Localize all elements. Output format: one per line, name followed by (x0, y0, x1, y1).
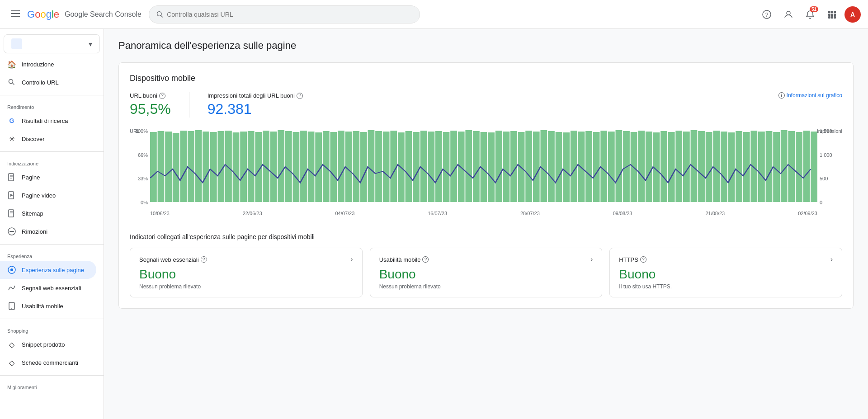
search-input[interactable] (167, 11, 412, 18)
search-small-icon (7, 78, 16, 87)
usabilita-mobile-desc: Nessun problema rilevato (379, 283, 593, 290)
indicators-row: Segnali web essenziali ? › Buono Nessun … (130, 248, 842, 297)
section-label-miglioramenti: Miglioramenti (0, 379, 104, 392)
svg-rect-11 (828, 14, 830, 16)
divider-2 (0, 151, 104, 152)
chart-axis-impressioni: Impressioni (817, 128, 842, 134)
svg-rect-85 (533, 132, 540, 202)
top-navigation: Google Google Search Console ? 51 A (0, 0, 868, 29)
card-title: Dispositivo mobile (130, 74, 842, 83)
sidebar-item-usabilita-mobile[interactable]: Usabilità mobile (0, 297, 104, 315)
search-bar[interactable] (149, 5, 420, 24)
svg-rect-71 (428, 132, 434, 202)
svg-rect-8 (828, 11, 830, 13)
sidebar-item-risultati-ricerca[interactable]: G Risultati di ricerca (0, 112, 104, 130)
url-help-icon[interactable]: ? (159, 93, 165, 99)
avatar[interactable]: A (844, 6, 861, 23)
info-chart-link[interactable]: ℹ Informazioni sul grafico (778, 92, 842, 99)
logo-area: Google Google Search Console (27, 9, 142, 20)
apps-button[interactable] (823, 5, 841, 24)
impressioni-help-icon[interactable]: ? (297, 93, 303, 99)
svg-rect-76 (465, 130, 472, 202)
https-help-icon[interactable]: ? (640, 256, 646, 263)
segnali-web-help-icon[interactable]: ? (201, 256, 207, 263)
discover-icon: ✳ (7, 134, 16, 143)
property-dropdown-icon: ▾ (89, 40, 92, 48)
svg-point-31 (10, 268, 13, 271)
usabilita-mobile-help-icon[interactable]: ? (422, 256, 429, 263)
notifications-button[interactable]: 51 (801, 5, 819, 24)
svg-rect-0 (11, 10, 20, 11)
svg-rect-36 (165, 132, 172, 202)
svg-rect-120 (796, 132, 802, 202)
indicator-https[interactable]: HTTPS ? › Buono Il tuo sito usa HTTPS. (609, 248, 842, 297)
svg-rect-40 (195, 130, 202, 202)
sidebar-item-esperienza-sulle-pagine[interactable]: Esperienza sulle pagine (0, 261, 96, 279)
stats-row: URL buoni ? 95,5% Impressioni totali deg… (130, 92, 842, 118)
svg-rect-84 (525, 131, 532, 202)
svg-rect-110 (721, 132, 727, 202)
sidebar-item-introduzione[interactable]: 🏠 Introduzione (0, 55, 104, 73)
https-label: HTTPS (619, 256, 638, 263)
svg-rect-88 (556, 132, 562, 202)
sidebar-item-pagine-video[interactable]: Pagine video (0, 186, 104, 204)
svg-rect-79 (488, 132, 495, 202)
svg-rect-91 (578, 132, 585, 202)
svg-rect-10 (834, 11, 836, 13)
menu-hamburger[interactable] (7, 5, 24, 23)
svg-rect-63 (368, 130, 375, 202)
svg-rect-99 (638, 131, 645, 202)
sidebar-item-sitemap[interactable]: Sitemap (0, 204, 104, 222)
svg-rect-42 (210, 132, 217, 202)
svg-rect-80 (495, 131, 502, 202)
mobile-card: Dispositivo mobile URL buoni ? 95,5% Imp… (118, 62, 854, 309)
divider-1 (0, 95, 104, 95)
chart-x-labels: 10/06/23 22/06/23 04/07/23 16/07/23 28/0… (150, 208, 817, 219)
section-label-shopping: Shopping (0, 323, 104, 335)
https-desc: Il tuo sito usa HTTPS. (619, 283, 833, 290)
section-label-esperienza: Esperienza (0, 248, 104, 261)
svg-rect-55 (308, 132, 315, 202)
svg-rect-94 (600, 131, 607, 202)
https-arrow-icon[interactable]: › (830, 255, 833, 264)
merchant-icon: ◇ (7, 358, 16, 367)
svg-rect-41 (203, 132, 209, 202)
sidebar-item-discover[interactable]: ✳ Discover (0, 130, 104, 148)
svg-rect-78 (481, 132, 487, 202)
svg-rect-122 (811, 132, 817, 202)
indicator-segnali-web[interactable]: Segnali web essenziali ? › Buono Nessun … (130, 248, 363, 297)
sidebar-item-controllo-url[interactable]: Controllo URL (0, 73, 104, 91)
svg-rect-102 (660, 131, 667, 202)
svg-rect-73 (443, 132, 450, 202)
segnali-web-arrow-icon[interactable]: › (350, 255, 353, 264)
sidebar-item-snippet-prodotto[interactable]: ◇ Snippet prodotto (0, 335, 104, 353)
section-label-rendimento: Rendimento (0, 99, 104, 112)
svg-rect-2 (11, 16, 20, 17)
svg-rect-54 (300, 131, 307, 202)
svg-rect-44 (225, 131, 232, 202)
info-link-label: Informazioni sul grafico (787, 92, 842, 99)
svg-rect-51 (278, 130, 284, 202)
svg-rect-72 (435, 131, 442, 202)
property-selector[interactable]: ▾ (4, 34, 100, 53)
sidebar-item-segnali-web[interactable]: Segnali web essenziali (0, 279, 104, 297)
sidebar-item-rimozioni[interactable]: Rimozioni (0, 222, 104, 240)
svg-rect-34 (150, 132, 157, 202)
usabilita-mobile-value: Buono (379, 267, 593, 282)
home-icon: 🏠 (7, 60, 16, 69)
sidebar-item-schede-commercianti[interactable]: ◇ Schede commercianti (0, 353, 104, 372)
svg-rect-61 (353, 131, 359, 202)
svg-rect-16 (834, 16, 836, 19)
svg-rect-39 (188, 131, 194, 202)
experience-icon (7, 265, 16, 274)
help-button[interactable]: ? (758, 5, 776, 24)
svg-rect-9 (831, 11, 833, 13)
property-icon (11, 38, 22, 49)
sidebar-item-pagine[interactable]: Pagine (0, 168, 104, 186)
page-icon (7, 173, 16, 182)
usabilita-mobile-arrow-icon[interactable]: › (590, 255, 593, 264)
indicator-usabilita-mobile[interactable]: Usabilità mobile ? › Buono Nessun proble… (370, 248, 603, 297)
svg-rect-96 (616, 130, 623, 202)
account-button[interactable] (779, 5, 797, 24)
svg-rect-64 (375, 131, 382, 202)
